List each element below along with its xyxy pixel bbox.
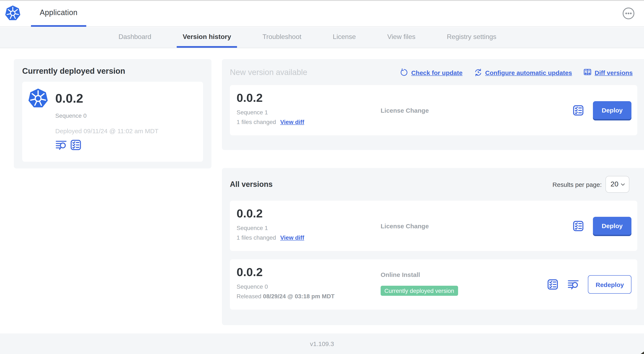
new-version-panel: New version available Check for update [222,59,644,150]
view-logs-icon[interactable] [55,139,67,151]
deploy-button[interactable]: Deploy [593,217,632,235]
console-version: v1.109.3 [310,340,334,347]
tab-license[interactable]: License [327,27,362,48]
tab-version-history[interactable]: Version history [177,27,237,48]
results-per-page-label: Results per page: [552,181,602,188]
update-schedule-icon [474,68,482,77]
ellipsis-menu-icon[interactable] [622,7,635,20]
diff-icon [583,68,592,77]
current-sequence: Sequence 0 [55,112,198,119]
configure-automatic-updates-label: Configure automatic updates [485,69,572,76]
version-source: License Change [380,107,429,114]
tab-view-files[interactable]: View files [382,27,422,48]
version-number: 0.0.2 [236,266,334,279]
kubernetes-app-icon [28,88,48,109]
version-released-timestamp: Released 08/29/24 @ 03:18 pm MDT [236,293,334,299]
version-source: License Change [380,222,429,229]
check-for-update-link[interactable]: Check for update [400,68,462,77]
refresh-icon [400,68,408,77]
released-label: Released [236,293,261,299]
all-versions-panel: All versions Results per page: 20 0.0.2 … [222,168,644,325]
section-nav: Dashboard Version history Troubleshoot L… [0,27,644,48]
app-viewport: Application Dashboard Version history Tr… [0,0,644,354]
currently-deployed-title: Currently deployed version [22,67,203,76]
app-title: Application [40,8,78,17]
new-version-title: New version available [230,68,307,77]
currently-deployed-badge: Currently deployed version [380,286,458,296]
tab-registry-settings[interactable]: Registry settings [441,27,502,48]
release-notes-icon[interactable] [547,279,559,290]
results-per-page-select[interactable]: 20 [606,176,629,193]
all-versions-title: All versions [230,180,272,189]
release-notes-icon[interactable] [572,220,584,232]
version-row: 0.0.2 Sequence 0 Released 08/29/24 @ 03:… [230,259,637,309]
tab-troubleshoot[interactable]: Troubleshoot [257,27,307,48]
kubernetes-logo-icon [4,5,21,21]
version-sequence: Sequence 1 [236,225,304,231]
release-notes-icon[interactable] [70,139,82,151]
files-changed-label: 1 files changed [236,234,276,241]
chevron-down-icon [620,182,626,187]
files-changed-label: 1 files changed [236,119,276,125]
deploy-button[interactable]: Deploy [593,101,632,119]
configure-automatic-updates-link[interactable]: Configure automatic updates [474,68,572,77]
current-deployed-timestamp: Deployed 09/11/24 @ 11:02 am MDT [55,127,198,135]
diff-versions-label: Diff versions [594,69,633,76]
results-per-page-value: 20 [610,180,618,189]
released-date: 08/29/24 @ 03:18 pm MDT [263,293,334,299]
check-for-update-label: Check for update [411,69,462,76]
app-tab-application[interactable]: Application [31,0,86,27]
window-top-strip [0,0,644,1]
currently-deployed-panel: Currently deployed version 0.0.2 Sequenc… [14,59,212,168]
version-sequence: Sequence 0 [236,283,334,290]
version-source: Online Install [380,271,458,278]
diff-versions-link[interactable]: Diff versions [583,68,633,77]
app-footer: v1.109.3 [0,333,644,354]
view-logs-icon[interactable] [568,279,579,290]
version-number: 0.0.2 [236,91,304,105]
tab-dashboard[interactable]: Dashboard [113,27,157,48]
release-notes-icon[interactable] [572,104,584,116]
version-sequence: Sequence 1 [236,109,304,116]
version-row: 0.0.2 Sequence 1 1 files changed View di… [230,201,637,251]
version-number: 0.0.2 [236,207,304,220]
new-version-row: 0.0.2 Sequence 1 1 files changed View di… [230,85,637,135]
currently-deployed-card: 0.0.2 Sequence 0 Deployed 09/11/24 @ 11:… [22,82,203,162]
view-diff-link[interactable]: View diff [280,234,304,241]
redeploy-button[interactable]: Redeploy [588,275,632,294]
current-version-number: 0.0.2 [55,91,198,106]
app-header: Application [0,0,644,27]
view-diff-link[interactable]: View diff [280,119,304,125]
